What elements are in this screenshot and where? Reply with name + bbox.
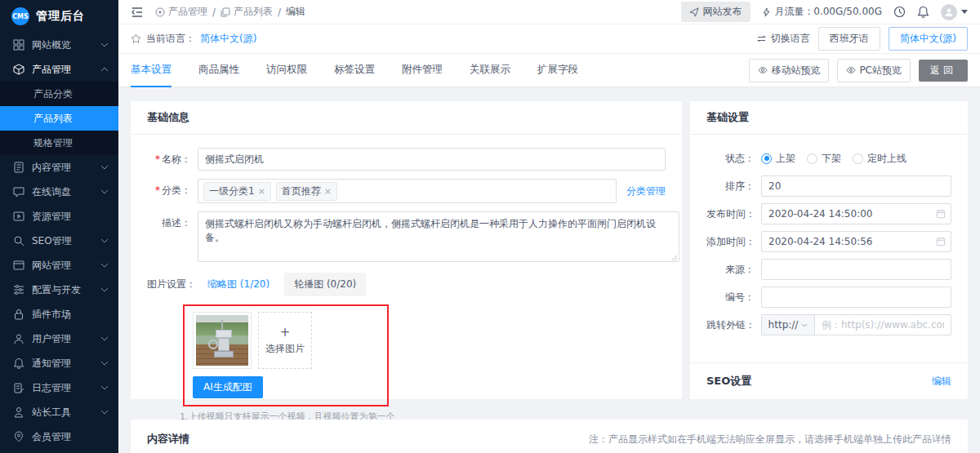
description-textarea[interactable]: 侧摇式螺杆启闭机又称为手动螺杆启闭机，侧摇式螺杆启闭机是一种采用于人力操作的平面… [198, 211, 679, 262]
tab-actions: 移动站预览 PC站预览 返回 [749, 59, 968, 82]
seo-edit-link[interactable]: 编辑 [932, 375, 951, 389]
status-radio-group: 上架 下架 定时上线 [761, 148, 906, 169]
publish-time-input[interactable] [761, 203, 951, 224]
sidebar-item-site-overview[interactable]: 网站概览 [0, 33, 118, 57]
radio-scheduled[interactable]: 定时上线 [853, 152, 906, 166]
category-select[interactable]: 一级分类1× 首页推荐× [198, 179, 617, 203]
sidebar-item-config-dev[interactable]: 配置与开发 [0, 278, 118, 302]
content-icon [13, 162, 24, 173]
basic-settings-form: 状态： 上架 下架 定时上线 排序： 发布时间： [690, 135, 968, 335]
star-icon[interactable] [131, 33, 141, 44]
tab-label-settings[interactable]: 标签设置 [334, 54, 375, 87]
cms-logo-icon: CMS [11, 7, 29, 25]
sidebar-item-webmaster-tools[interactable]: 站长工具 [0, 400, 118, 424]
sidebar-item-member-management[interactable]: 会员管理 [0, 424, 118, 449]
chinese-language-button[interactable]: 简体中文(源) [889, 27, 968, 51]
history-clock-icon[interactable] [893, 6, 906, 18]
sub-item-label: 产品分类 [33, 87, 73, 101]
sidebar-item-plugin-market[interactable]: 插件市场 [0, 302, 118, 326]
remove-tag-icon[interactable]: × [324, 186, 332, 197]
tab-basic-settings[interactable]: 基本设置 [131, 54, 172, 87]
sidebar-item-label: 配置与开发 [32, 283, 100, 297]
basic-settings-card: 基础设置 状态： 上架 下架 定时上线 排序： 发布时间： [690, 101, 968, 399]
external-link-input[interactable] [814, 314, 951, 335]
source-input[interactable] [761, 259, 951, 280]
notification-bell-icon[interactable] [917, 6, 929, 18]
sort-label: 排序： [706, 180, 761, 193]
carousel-tab[interactable]: 轮播图 (0/20) [284, 273, 366, 296]
add-time-input[interactable] [761, 231, 951, 252]
select-image-button[interactable]: + 选择图片 [258, 312, 312, 369]
mobile-preview-button[interactable]: 移动站预览 [749, 59, 829, 82]
content-detail-card: 内容详情 注：产品显示样式如在手机端无法响应全屏显示，请选择手机端单独上传此产品… [131, 420, 968, 453]
breadcrumb-separator: / [212, 7, 216, 18]
calendar-icon[interactable] [936, 237, 946, 246]
product-thumbnail[interactable] [193, 312, 252, 369]
tab-extended-fields[interactable]: 扩展字段 [537, 54, 578, 87]
list-crumb-icon [220, 7, 230, 17]
breadcrumb-product-management[interactable]: 产品管理 [155, 5, 207, 19]
sidebar-item-seo-management[interactable]: SEO管理 [0, 229, 118, 253]
name-label: *名称： [147, 148, 198, 171]
sidebar-item-resource-management[interactable]: 资源管理 [0, 204, 118, 229]
source-label: 来源： [706, 263, 761, 277]
sidebar-item-label: 用户管理 [32, 332, 100, 346]
tab-attachment-management[interactable]: 附件管理 [402, 54, 443, 87]
sidebar-item-online-inquiry[interactable]: 在线询盘 [0, 180, 118, 204]
sidebar-item-log-management[interactable]: 日志管理 [0, 375, 118, 400]
chevron-down-icon [100, 42, 109, 47]
tab-access-permissions[interactable]: 访问权限 [266, 54, 307, 87]
calendar-icon[interactable] [936, 209, 946, 219]
category-row: *分类： 一级分类1× 首页推荐× 分类管理 [147, 179, 666, 203]
spanish-language-button[interactable]: 西班牙语 [818, 27, 880, 51]
tab-related-display[interactable]: 关联展示 [470, 54, 510, 87]
protocol-select[interactable]: http:// [761, 314, 814, 335]
sidebar-item-notification-management[interactable]: 通知管理 [0, 351, 118, 375]
basic-info-header: 基础信息 [131, 101, 682, 135]
sidebar-item-spec-management[interactable]: 规格管理 [0, 131, 118, 155]
language-bar: 当前语言： 简体中文(源) 切换语言 西班牙语 简体中文(源) [118, 24, 980, 54]
resource-icon [13, 211, 24, 222]
sidebar: CMS 管理后台 网站概览 产品管理 产品分类 产品列表 规格管理 内容管理 在… [0, 0, 118, 453]
resize-handle-icon[interactable] [671, 255, 678, 261]
seo-settings-header: SEO设置 编辑 [690, 362, 968, 399]
app-logo[interactable]: CMS 管理后台 [0, 0, 118, 33]
pc-preview-button[interactable]: PC站预览 [837, 59, 911, 82]
category-label: *分类： [147, 179, 198, 202]
category-manage-link[interactable]: 分类管理 [626, 179, 666, 203]
back-button[interactable]: 返回 [919, 60, 968, 82]
radio-on-shelf[interactable]: 上架 [761, 152, 795, 166]
pc-preview-label: PC站预览 [859, 64, 902, 78]
name-input[interactable] [198, 148, 666, 171]
sidebar-item-label: 站长工具 [32, 406, 100, 420]
image-tabs: 缩略图 (1/20) 轮播图 (0/20) [198, 273, 395, 296]
sort-input[interactable] [761, 175, 951, 197]
sidebar-item-product-list[interactable]: 产品列表 [0, 106, 118, 131]
breadcrumb-product-list[interactable]: 产品列表 [220, 5, 273, 19]
sidebar-item-product-management[interactable]: 产品管理 [0, 57, 118, 82]
member-pin-icon [13, 431, 24, 442]
publish-time-label: 发布时间： [706, 207, 761, 221]
site-publish-button[interactable]: 网站发布 [681, 2, 751, 22]
product-photo [196, 315, 248, 366]
ai-generate-image-button[interactable]: AI生成配图 [193, 376, 263, 398]
sidebar-item-product-categories[interactable]: 产品分类 [0, 82, 118, 106]
basic-settings-header: 基础设置 [690, 101, 968, 135]
collapse-sidebar-icon[interactable] [131, 7, 144, 18]
sidebar-item-label: 插件市场 [32, 308, 109, 322]
sidebar-item-content-management[interactable]: 内容管理 [0, 155, 118, 180]
tab-product-attributes[interactable]: 商品属性 [198, 54, 239, 87]
breadcrumb-edit: 编辑 [286, 5, 305, 19]
sidebar-item-user-management[interactable]: 用户管理 [0, 326, 118, 351]
language-switcher: 切换语言 西班牙语 简体中文(源) [756, 27, 968, 51]
radio-off-shelf[interactable]: 下架 [807, 152, 841, 166]
user-menu[interactable] [941, 4, 968, 20]
current-language-link[interactable]: 简体中文(源) [200, 32, 256, 46]
content-area: 基础信息 *名称： *分类： 一级分类1× 首页推荐× 分类管理 描述： [118, 87, 980, 453]
eye-icon [846, 66, 856, 74]
code-input[interactable] [761, 286, 951, 308]
product-submenu: 产品分类 产品列表 规格管理 [0, 82, 118, 155]
remove-tag-icon[interactable]: × [258, 186, 265, 197]
thumbnail-tab[interactable]: 缩略图 (1/20) [198, 273, 279, 296]
sidebar-item-website-management[interactable]: 网站管理 [0, 253, 118, 278]
